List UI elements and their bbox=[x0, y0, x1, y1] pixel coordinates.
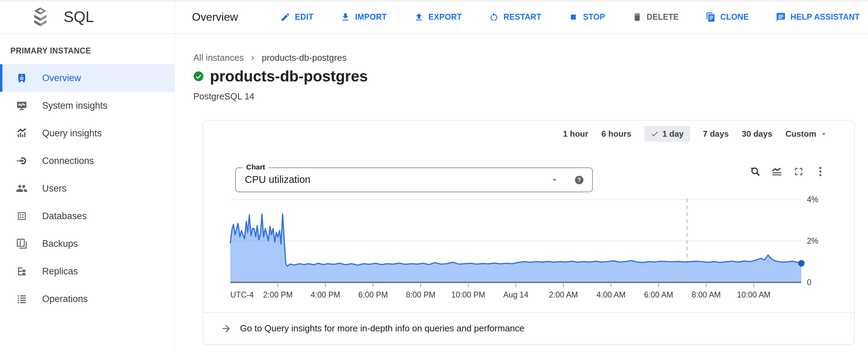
x-axis-label: 4:00 PM bbox=[311, 290, 340, 300]
chart-toolbar bbox=[749, 165, 827, 178]
x-axis-label: 8:00 AM bbox=[692, 290, 721, 300]
time-range-selector: 1 hour6 hours1 day7 days30 daysCustom bbox=[563, 126, 828, 142]
overview-icon bbox=[16, 72, 28, 84]
button-label: CLONE bbox=[720, 12, 749, 22]
sidebar-item-label: Query insights bbox=[42, 128, 102, 139]
sidebar-item-label: Users bbox=[42, 183, 67, 194]
time-range-label: 1 day bbox=[662, 129, 683, 139]
breadcrumb: All instances products-db-postgres bbox=[193, 52, 347, 63]
sidebar-item-label: Databases bbox=[42, 211, 87, 222]
time-range-1-hour[interactable]: 1 hour bbox=[563, 126, 588, 142]
restart-icon bbox=[489, 12, 499, 22]
metrics-card: 1 hour6 hours1 day7 days30 daysCustom Ch… bbox=[203, 120, 855, 344]
dropdown-caret-icon bbox=[550, 175, 559, 184]
users-icon bbox=[16, 183, 28, 194]
button-label: DELETE bbox=[647, 12, 679, 22]
check-icon bbox=[650, 130, 659, 138]
sidebar-item-system-insights[interactable]: System insights bbox=[0, 92, 174, 119]
import-icon bbox=[340, 12, 350, 22]
x-axis-label: 6:00 PM bbox=[358, 290, 388, 300]
button-label: RESTART bbox=[503, 12, 541, 22]
sidebar-item-label: Connections bbox=[42, 156, 94, 166]
breadcrumb-all-instances-link[interactable]: All instances bbox=[193, 52, 244, 63]
sidebar-item-query-insights[interactable]: Query insights bbox=[0, 119, 174, 147]
query-insights-icon bbox=[16, 127, 28, 139]
time-range-7-days[interactable]: 7 days bbox=[703, 126, 729, 142]
import-button[interactable]: IMPORT bbox=[340, 12, 387, 22]
reset-zoom-button[interactable] bbox=[749, 165, 761, 178]
stop-icon bbox=[568, 12, 578, 22]
time-range-6-hours[interactable]: 6 hours bbox=[601, 126, 631, 142]
export-button[interactable]: EXPORT bbox=[414, 12, 462, 22]
x-axis-label: 2:00 PM bbox=[263, 290, 293, 300]
chart-metric-select[interactable]: Chart CPU utilization ? bbox=[235, 167, 593, 192]
backups-icon bbox=[16, 238, 28, 250]
time-range-label: 7 days bbox=[703, 129, 729, 139]
edit-icon bbox=[280, 12, 290, 22]
time-range-custom[interactable]: Custom bbox=[785, 126, 828, 142]
databases-icon bbox=[16, 210, 28, 222]
button-label: STOP bbox=[583, 12, 605, 22]
edit-button[interactable]: EDIT bbox=[280, 12, 314, 22]
connections-icon bbox=[16, 155, 28, 167]
fullscreen-icon bbox=[792, 165, 805, 178]
sidebar-item-backups[interactable]: Backups bbox=[0, 230, 174, 257]
button-label: HELP ASSISTANT bbox=[790, 12, 860, 22]
x-axis-label: 2:00 AM bbox=[549, 290, 578, 300]
button-label: IMPORT bbox=[355, 12, 387, 22]
page-title: Overview bbox=[192, 0, 238, 34]
help-icon[interactable]: ? bbox=[574, 175, 585, 185]
clone-button[interactable]: CLONE bbox=[706, 12, 749, 22]
time-range-30-days[interactable]: 30 days bbox=[742, 126, 772, 142]
more-vert-icon bbox=[814, 165, 827, 178]
sidebar-item-operations[interactable]: Operations bbox=[0, 285, 174, 313]
sidebar-item-label: Replicas bbox=[42, 266, 78, 277]
caret-down-icon bbox=[820, 130, 828, 138]
time-range-1-day[interactable]: 1 day bbox=[644, 126, 689, 142]
header-divider bbox=[174, 0, 175, 33]
instance-action-toolbar: EDITIMPORTEXPORTRESTARTSTOPDELETECLONEHE… bbox=[280, 0, 860, 34]
cloud-sql-overview-page: SQL Overview EDITIMPORTEXPORTRESTARTSTOP… bbox=[0, 0, 868, 350]
chart-select-value: CPU utilization bbox=[245, 168, 310, 191]
instance-name: products-db-postgres bbox=[210, 68, 368, 85]
y-axis-label: 2% bbox=[807, 236, 818, 246]
time-range-label: Custom bbox=[785, 129, 816, 139]
x-axis-label: Aug 14 bbox=[503, 290, 529, 300]
system-insights-icon bbox=[16, 100, 28, 111]
sidebar-item-users[interactable]: Users bbox=[0, 175, 174, 202]
sidebar-nav: OverviewSystem insightsQuery insightsCon… bbox=[0, 64, 174, 313]
chart-plot-area bbox=[230, 194, 801, 288]
x-axis-label: 8:00 PM bbox=[406, 290, 436, 300]
sidebar-item-label: Backups bbox=[42, 239, 78, 249]
sidebar-item-connections[interactable]: Connections bbox=[0, 147, 174, 175]
restart-button[interactable]: RESTART bbox=[489, 12, 541, 22]
x-axis-label: 4:00 AM bbox=[596, 290, 625, 300]
time-range-label: 30 days bbox=[742, 129, 772, 139]
cpu-utilization-chart[interactable] bbox=[230, 194, 801, 288]
sidebar-item-databases[interactable]: Databases bbox=[0, 202, 174, 230]
selected-indicator bbox=[0, 64, 2, 92]
chevron-right-icon bbox=[249, 54, 257, 62]
help-assistant-button[interactable]: HELP ASSISTANT bbox=[776, 12, 860, 22]
sidebar-item-overview[interactable]: Overview bbox=[0, 64, 174, 92]
status-running-check-icon bbox=[193, 70, 204, 82]
time-range-label: 6 hours bbox=[601, 129, 631, 139]
query-insights-link-label: Go to Query insights for more in-depth i… bbox=[240, 323, 524, 334]
svg-text:?: ? bbox=[577, 177, 581, 183]
instance-title-row: products-db-postgres bbox=[193, 68, 368, 85]
sql-home-link[interactable]: SQL bbox=[31, 0, 94, 34]
sidebar-item-replicas[interactable]: Replicas bbox=[0, 257, 174, 285]
breadcrumb-current: products-db-postgres bbox=[262, 52, 347, 63]
area-chart-button[interactable] bbox=[771, 165, 783, 178]
export-icon bbox=[414, 12, 424, 22]
replicas-icon bbox=[16, 265, 28, 277]
fullscreen-button[interactable] bbox=[792, 165, 805, 178]
query-insights-link[interactable]: Go to Query insights for more in-depth i… bbox=[221, 313, 854, 344]
x-axis-label: 6:00 AM bbox=[644, 290, 673, 300]
x-axis-label: 10:00 AM bbox=[737, 290, 771, 300]
more-vert-button[interactable] bbox=[814, 165, 827, 178]
delete-button[interactable]: DELETE bbox=[632, 12, 679, 22]
stop-button[interactable]: STOP bbox=[568, 12, 605, 22]
clone-icon bbox=[706, 12, 716, 22]
y-axis-label: 4% bbox=[807, 195, 818, 204]
